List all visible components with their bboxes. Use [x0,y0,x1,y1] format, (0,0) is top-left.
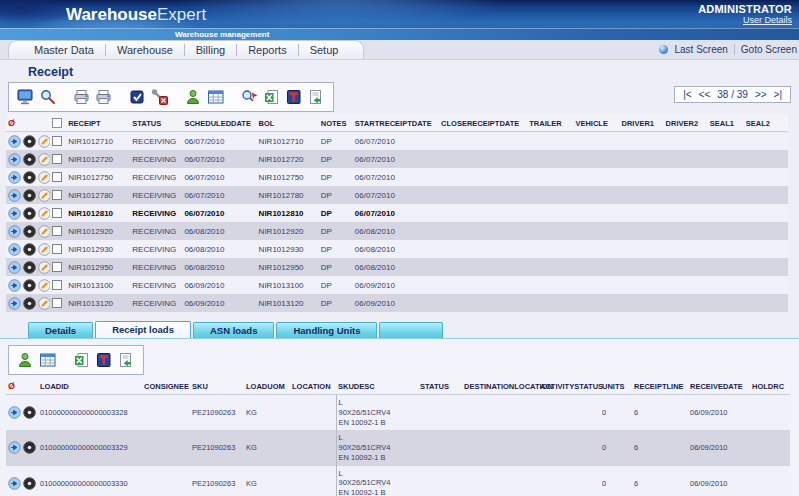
go-icon[interactable] [8,243,21,256]
view-icon[interactable] [23,207,36,220]
cell-consignee [142,430,190,465]
column-header-driver2: DRIVER2 [664,114,708,132]
go-icon[interactable] [8,261,21,274]
user-icon[interactable] [185,89,203,105]
user-icon[interactable] [17,352,35,368]
menu-item-billing[interactable]: Billing [184,44,236,56]
export-icon[interactable] [307,89,325,105]
tab-asn-loads[interactable]: ASN loads [193,322,275,338]
row-checkbox[interactable] [52,280,62,290]
row-checkbox[interactable] [52,244,62,254]
cell-notes: DP [319,132,353,151]
edit-icon[interactable] [38,153,50,166]
view-icon[interactable] [23,135,36,148]
go-icon[interactable] [8,135,21,148]
row-checkbox[interactable] [52,136,62,146]
select-all-checkbox[interactable] [52,118,62,128]
grid-icon[interactable] [207,89,225,105]
edit-icon[interactable] [38,243,50,256]
receipt-row: NIR1012720RECEIVING06/07/2010NIR1012720D… [6,150,788,168]
text-icon[interactable] [95,352,113,368]
view-icon[interactable] [23,477,36,490]
cell-skudesc: L90X26/51CRV4EN 10092-1 B [336,395,418,431]
skudesc-line: EN 10092-1 B [339,418,417,428]
row-checkbox[interactable] [52,262,62,272]
last-page-button[interactable]: >| [774,89,782,100]
go-icon[interactable] [8,153,21,166]
go-icon[interactable] [8,171,21,184]
view-icon[interactable] [23,441,36,454]
edit-icon[interactable] [38,279,50,292]
first-page-button[interactable]: |< [683,89,691,100]
go-icon[interactable] [8,441,21,454]
tab-handling-units[interactable]: Handling Units [276,322,377,338]
row-checkbox[interactable] [52,208,62,218]
cell-receipt: NIR1012710 [66,132,130,151]
edit-icon[interactable] [38,225,50,238]
row-checkbox[interactable] [52,190,62,200]
cell-receiptline: 6 [632,395,688,431]
search-icon[interactable] [39,89,57,105]
excel-icon[interactable] [263,89,281,105]
search-go-icon[interactable] [241,89,259,105]
view-icon[interactable] [23,297,36,310]
go-icon[interactable] [8,406,21,419]
view-icon[interactable] [23,279,36,292]
next-page-button[interactable]: >> [755,89,767,100]
validate-icon[interactable] [129,89,147,105]
edit-icon[interactable] [38,135,50,148]
view-icon[interactable] [23,171,36,184]
menu-item-master-data[interactable]: Master Data [23,44,105,56]
go-icon[interactable] [8,477,21,490]
view-icon[interactable] [23,189,36,202]
menu-item-reports[interactable]: Reports [236,44,298,56]
view-icon[interactable] [23,406,36,419]
edit-icon[interactable] [38,189,50,202]
prev-page-button[interactable]: << [699,89,711,100]
grid-icon[interactable] [39,352,57,368]
print-icon[interactable] [73,89,91,105]
tab-receipt-loads[interactable]: Receipt loads [95,321,191,338]
skudesc-line: L [339,469,417,479]
column-header-seal2: SEAL2 [744,114,788,132]
view-icon[interactable] [23,153,36,166]
row-checkbox[interactable] [52,226,62,236]
column-header-receivedate: RECEIVEDATE [688,377,750,395]
edit-icon[interactable] [38,171,50,184]
cell-closereceiptdate [439,186,527,204]
go-icon[interactable] [8,225,21,238]
row-actions-cell [6,204,50,222]
excel-icon[interactable] [73,352,91,368]
goto-screen-link[interactable]: Goto Screen [741,44,797,55]
go-icon[interactable] [8,207,21,220]
row-checkbox[interactable] [52,298,62,308]
view-icon[interactable] [23,225,36,238]
menu-item-warehouse[interactable]: Warehouse [105,44,184,56]
last-screen-link[interactable]: Last Screen [674,44,727,55]
cell-scheduleddate: 06/07/2010 [182,168,256,186]
menu-item-setup[interactable]: Setup [298,44,350,56]
cell-receipt: NIR1012920 [66,222,130,240]
edit-icon[interactable] [38,297,50,310]
cell-bol: NIR1012810 [257,204,319,222]
text-icon[interactable] [285,89,303,105]
export-icon[interactable] [117,352,135,368]
cell-receivedate: 06/09/2010 [688,395,750,431]
go-icon[interactable] [8,279,21,292]
print-preview-icon[interactable] [95,89,113,105]
cell-vehicle [573,240,619,258]
tab-details[interactable]: Details [28,322,93,338]
menu-divider [734,44,735,55]
view-icon[interactable] [23,261,36,274]
go-icon[interactable] [8,189,21,202]
tools-icon[interactable] [151,89,169,105]
row-checkbox[interactable] [52,154,62,164]
cell-receipt: NIR1012750 [66,168,130,186]
go-icon[interactable] [8,297,21,310]
row-checkbox[interactable] [52,172,62,182]
edit-icon[interactable] [38,207,50,220]
user-details-link[interactable]: User Details [698,15,792,25]
view-icon[interactable] [23,243,36,256]
edit-icon[interactable] [38,261,50,274]
monitor-icon[interactable] [17,89,35,105]
